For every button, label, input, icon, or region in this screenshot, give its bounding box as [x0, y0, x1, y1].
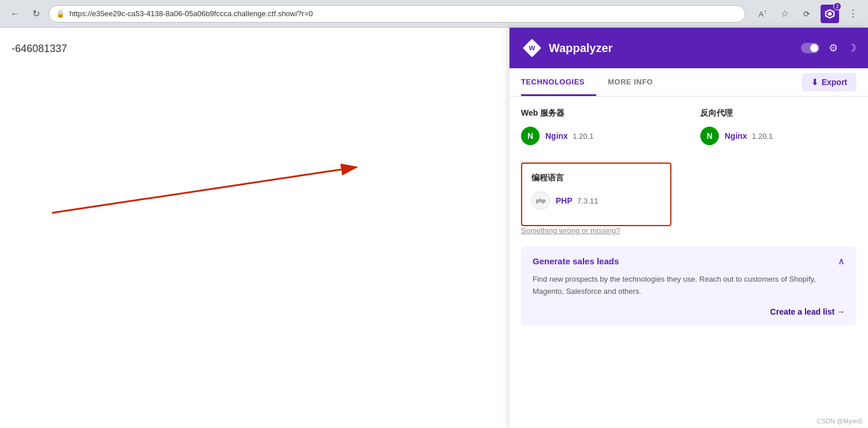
update-button[interactable]: ⟳: [799, 6, 815, 22]
settings-gear-icon[interactable]: ⚙: [829, 42, 838, 54]
reverse-proxy-category: 反向代理 N Nginx 1.20.1: [700, 108, 856, 151]
php-highlight-box: 编程语言 php PHP 7.3.11: [521, 163, 671, 226]
svg-text:W: W: [529, 45, 535, 51]
tech-item-nginx-proxy: N Nginx 1.20.1: [700, 127, 856, 145]
bookmark-button[interactable]: ☆: [777, 6, 793, 22]
export-label: Export: [822, 78, 847, 87]
svg-line-4: [52, 169, 341, 213]
wappalyzer-popup: W Wappalyzer ⚙ ☽ TECHNOLOGIES MORE INFO …: [509, 28, 868, 428]
lock-icon: 🔒: [56, 10, 65, 18]
nginx-version-web: 1.20.1: [572, 132, 593, 141]
refresh-button[interactable]: ↻: [28, 6, 44, 22]
wappalyzer-extension-button[interactable]: 2: [821, 5, 839, 23]
programming-language-title: 编程语言: [531, 173, 661, 183]
bookmark-icon: ☆: [781, 8, 789, 19]
wappalyzer-title: Wappalyzer: [549, 42, 612, 55]
sales-leads-title: Generate sales leads: [533, 256, 619, 266]
php-version: 7.3.11: [577, 197, 598, 205]
font-size-button[interactable]: A↑: [755, 6, 771, 22]
popup-tabs: TECHNOLOGIES MORE INFO ⬇ Export: [509, 68, 868, 97]
font-size-icon: A↑: [759, 8, 767, 19]
toggle-icon[interactable]: [801, 43, 819, 53]
php-link[interactable]: PHP: [556, 196, 572, 205]
nginx-version-proxy: 1.20.1: [752, 132, 773, 141]
moon-icon[interactable]: ☽: [847, 42, 856, 54]
watermark: CSDN @Myon5: [817, 418, 862, 425]
nginx-link-proxy[interactable]: Nginx: [725, 131, 747, 141]
tab-technologies[interactable]: TECHNOLOGIES: [521, 68, 596, 96]
tab-more-info[interactable]: MORE INFO: [608, 68, 664, 96]
export-icon: ⬇: [811, 78, 818, 87]
programming-language-category: 编程语言 php PHP 7.3.11: [521, 163, 856, 226]
extension-badge: 2: [833, 2, 841, 10]
create-lead-list-link[interactable]: Create a lead list →: [533, 307, 845, 316]
tech-item-nginx-web: N Nginx 1.20.1: [521, 127, 677, 145]
sales-leads-description: Find new prospects by the technologies t…: [533, 274, 845, 298]
nginx-link-web[interactable]: Nginx: [545, 131, 568, 141]
reverse-proxy-title: 反向代理: [700, 108, 856, 119]
nginx-logo-proxy: N: [700, 127, 719, 145]
tech-categories-grid: Web 服务器 N Nginx 1.20.1 反向代理 N: [521, 108, 856, 151]
popup-content: Web 服务器 N Nginx 1.20.1 反向代理 N: [509, 97, 868, 428]
address-bar[interactable]: 🔒 https://e35ee29c-ca53-4138-8a06-05a06b…: [49, 5, 745, 23]
something-wrong-link[interactable]: Something wrong or missing?: [521, 226, 856, 235]
web-server-title: Web 服务器: [521, 108, 677, 119]
url-text: https://e35ee29c-ca53-4138-8a06-05a06b9f…: [69, 9, 313, 18]
nginx-logo-web: N: [521, 127, 540, 145]
browser-chrome: ← ↻ 🔒 https://e35ee29c-ca53-4138-8a06-05…: [0, 0, 868, 28]
update-icon: ⟳: [803, 9, 810, 19]
php-logo: php: [531, 191, 550, 210]
browser-right-icons: A↑ ☆ ⟳ 2 ⋮: [755, 5, 861, 23]
sales-leads-section: Generate sales leads ∧ Find new prospect…: [521, 246, 856, 326]
settings-icon: ⋮: [848, 8, 858, 19]
page-content: -646081337 W Wappalyzer ⚙ ☽: [0, 28, 868, 428]
page-number: -646081337: [12, 43, 67, 55]
web-server-category: Web 服务器 N Nginx 1.20.1: [521, 108, 677, 151]
tech-item-php: php PHP 7.3.11: [531, 191, 661, 210]
chevron-up-icon[interactable]: ∧: [838, 256, 845, 267]
export-button[interactable]: ⬇ Export: [802, 73, 856, 91]
wappalyzer-logo-icon: W: [521, 37, 543, 59]
wappalyzer-logo: W Wappalyzer: [521, 37, 612, 59]
back-button[interactable]: ←: [7, 6, 23, 22]
popup-header-icons: ⚙ ☽: [801, 42, 856, 54]
popup-header: W Wappalyzer ⚙ ☽: [509, 28, 868, 68]
wappalyzer-ext-icon: [824, 8, 836, 20]
red-arrow-annotation: [17, 80, 468, 276]
sales-leads-header: Generate sales leads ∧: [533, 256, 845, 267]
settings-button[interactable]: ⋮: [845, 6, 861, 22]
